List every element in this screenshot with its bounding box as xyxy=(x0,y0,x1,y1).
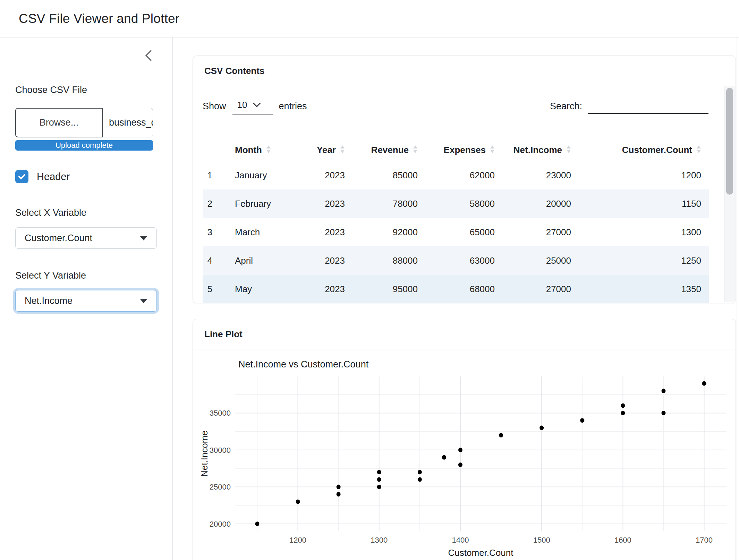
plot-title: Net.Income vs Customer.Count xyxy=(238,359,369,370)
upload-progress-bar: Upload complete xyxy=(15,140,153,151)
csv-contents-card: CSV Contents Show 10 entries Search: xyxy=(193,56,736,303)
cell-net-income: 25000 xyxy=(502,246,579,275)
data-point xyxy=(377,477,381,482)
table-scrollbar-thumb[interactable] xyxy=(726,88,733,195)
x-tick-label: 1700 xyxy=(696,536,713,544)
x-tick-label: 1500 xyxy=(533,536,550,544)
file-input: Browse... business_data.csv xyxy=(15,108,153,137)
chevron-left-icon xyxy=(143,58,154,63)
chevron-down-icon xyxy=(253,99,261,107)
csv-table: MonthYearRevenueExpensesNet.IncomeCustom… xyxy=(203,139,709,303)
row-index: 5 xyxy=(203,275,218,303)
cell-month: February xyxy=(218,189,298,218)
x-tick-label: 1300 xyxy=(371,536,388,544)
plot-card-title: Line Plot xyxy=(193,319,736,349)
y-variable-value: Net.Income xyxy=(25,296,140,306)
sidebar-collapse-button[interactable] xyxy=(143,49,154,62)
cell-expenses: 62000 xyxy=(425,161,502,189)
column-label: Year xyxy=(317,145,336,155)
data-point xyxy=(580,418,584,423)
table-scrollbar[interactable] xyxy=(724,86,735,302)
cell-expenses: 65000 xyxy=(425,218,502,246)
main-content: CSV Contents Show 10 entries Search: xyxy=(173,37,739,560)
data-point xyxy=(337,485,341,489)
table-row[interactable]: 2February20237800058000200001150 xyxy=(203,189,709,218)
cell-year: 2023 xyxy=(298,189,352,218)
page-title: CSV File Viewer and Plotter xyxy=(19,11,179,26)
sort-icon xyxy=(696,145,701,155)
row-index: 4 xyxy=(203,246,218,275)
cell-month: January xyxy=(218,161,298,189)
x-variable-select[interactable]: Customer.Count xyxy=(15,227,157,249)
y-tick-label: 20000 xyxy=(210,520,231,528)
sort-icon xyxy=(490,145,495,155)
column-header-customer-count[interactable]: Customer.Count xyxy=(579,139,709,161)
y-tick-label: 25000 xyxy=(210,483,231,491)
data-point xyxy=(377,485,381,489)
cell-revenue: 95000 xyxy=(352,275,425,303)
cell-year: 2023 xyxy=(298,275,352,303)
column-header-revenue[interactable]: Revenue xyxy=(352,139,425,161)
cell-customer-count: 1300 xyxy=(579,218,709,246)
browse-button[interactable]: Browse... xyxy=(15,108,103,137)
chevron-down-icon xyxy=(140,236,147,240)
csv-card-title: CSV Contents xyxy=(193,56,736,86)
data-point xyxy=(621,411,625,415)
file-input-label: Choose CSV File xyxy=(15,85,157,95)
data-point xyxy=(702,381,706,386)
header-checkbox-label: Header xyxy=(37,171,70,183)
table-row[interactable]: 3March20239200065000270001300 xyxy=(203,218,709,246)
search-input[interactable] xyxy=(588,99,708,114)
table-length-control: Show 10 entries xyxy=(203,98,307,114)
cell-customer-count: 1200 xyxy=(579,161,709,189)
cell-month: April xyxy=(218,246,298,275)
y-variable-select[interactable]: Net.Income xyxy=(15,290,157,312)
column-header-year[interactable]: Year xyxy=(298,139,352,161)
data-point xyxy=(540,425,544,430)
table-row[interactable]: 1January20238500062000230001200 xyxy=(203,161,709,189)
y-tick-label: 30000 xyxy=(210,446,231,455)
file-name-field[interactable]: business_data.csv xyxy=(103,108,153,137)
cell-revenue: 78000 xyxy=(352,189,425,218)
y-axis-title: Net.Income xyxy=(199,431,210,477)
data-point xyxy=(255,521,259,526)
sort-icon xyxy=(566,145,571,155)
column-header-month[interactable]: Month xyxy=(218,139,298,161)
cell-customer-count: 1350 xyxy=(579,275,709,303)
y-variable-label: Select Y Variable xyxy=(15,270,157,281)
cell-expenses: 58000 xyxy=(425,189,502,218)
column-header-net-income[interactable]: Net.Income xyxy=(502,139,579,161)
x-tick-label: 1400 xyxy=(452,536,469,544)
sort-icon xyxy=(266,145,271,155)
data-point xyxy=(458,463,462,467)
chevron-down-icon xyxy=(140,299,147,303)
sort-icon xyxy=(413,145,418,155)
column-label: Revenue xyxy=(371,145,409,155)
cell-year: 2023 xyxy=(298,246,352,275)
data-point xyxy=(661,411,665,415)
header-checkbox-row[interactable]: Header xyxy=(15,170,157,183)
cell-revenue: 85000 xyxy=(352,161,425,189)
line-plot-card: Line Plot 200002500030000350001200130014… xyxy=(193,319,736,560)
cell-month: May xyxy=(218,275,298,303)
page-size-select[interactable]: 10 xyxy=(232,98,273,114)
cell-expenses: 63000 xyxy=(425,246,502,275)
show-label: Show xyxy=(203,101,226,112)
app-header: CSV File Viewer and Plotter xyxy=(0,0,739,37)
column-label: Expenses xyxy=(444,145,486,155)
cell-net-income: 20000 xyxy=(502,189,579,218)
sidebar: Choose CSV File Browse... business_data.… xyxy=(0,37,173,560)
search-label: Search: xyxy=(550,101,582,114)
cell-year: 2023 xyxy=(298,218,352,246)
cell-customer-count: 1250 xyxy=(579,246,709,275)
cell-net-income: 27000 xyxy=(502,275,579,303)
cell-customer-count: 1150 xyxy=(579,189,709,218)
column-header-expenses[interactable]: Expenses xyxy=(425,139,502,161)
data-point xyxy=(661,389,665,393)
table-row[interactable]: 4April20238800063000250001250 xyxy=(203,246,709,275)
checkbox-checked-icon[interactable] xyxy=(15,170,28,183)
data-point xyxy=(377,470,381,474)
x-tick-label: 1600 xyxy=(614,536,631,544)
x-tick-label: 1200 xyxy=(289,536,306,544)
table-row[interactable]: 5May20239500068000270001350 xyxy=(203,275,709,303)
